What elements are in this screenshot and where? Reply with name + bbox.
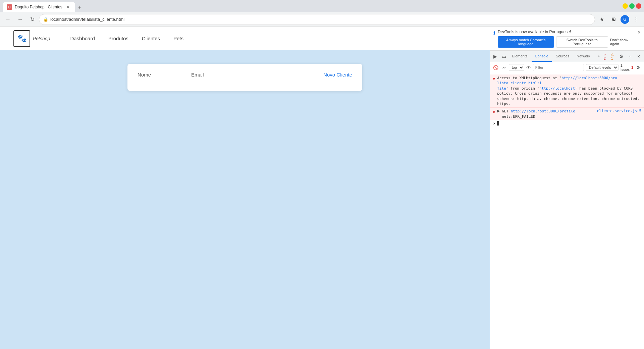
- device-toggle-button[interactable]: ▭: [500, 52, 508, 60]
- console-prompt: >: [493, 121, 495, 126]
- inspect-element-button[interactable]: ▶: [491, 52, 499, 60]
- title-bar: D Doguito Petshop | Clientes × +: [0, 0, 644, 12]
- forward-button[interactable]: →: [15, 14, 25, 25]
- console-output: ● Access to XMLHttpRequest at 'http://lo…: [490, 73, 644, 349]
- app-nav-links: Dashboard Produtos Clientes Pets: [70, 36, 183, 41]
- cors-error-link4[interactable]: http://localhost: [539, 86, 575, 91]
- cors-error-link2[interactable]: lista_cliente.html:1: [497, 81, 541, 85]
- info-icon: ℹ: [493, 30, 495, 36]
- app-nav: 🐾 Petshop Dashboard Produtos Clientes Pe…: [0, 27, 490, 50]
- devtools-panel: ℹ DevTools is now available in Portugues…: [490, 27, 644, 349]
- logo-icon: 🐾: [13, 30, 30, 47]
- console-input-line: >: [490, 120, 644, 127]
- filter-input[interactable]: [533, 64, 584, 71]
- dont-show-again[interactable]: Don't show again: [610, 38, 635, 46]
- nav-link-pets[interactable]: Pets: [173, 36, 183, 41]
- nav-link-produtos[interactable]: Produtos: [108, 36, 128, 41]
- logo-text: Petshop: [33, 36, 50, 41]
- devtools-banner: ℹ DevTools is now available in Portugues…: [490, 27, 644, 51]
- tab-bar: D Doguito Petshop | Clientes × +: [3, 0, 620, 12]
- tab-title: Doguito Petshop | Clientes: [15, 5, 62, 9]
- warning-badge: △ 1: [611, 52, 616, 60]
- main-layout: 🐾 Petshop Dashboard Produtos Clientes Pe…: [0, 27, 644, 349]
- nav-link-clientes[interactable]: Clientes: [142, 36, 160, 41]
- console-text-2: GET http://localhost:3000/profile net::E…: [502, 109, 595, 119]
- window-controls: [623, 3, 641, 9]
- app-logo: 🐾 Petshop: [13, 30, 50, 47]
- devtools-close-button[interactable]: ×: [635, 52, 643, 60]
- issues-count: 1: [631, 65, 633, 69]
- devtools-tabs-right: ○ 2 △ 1 ⚙ ⋮ ×: [604, 52, 643, 60]
- logo-emoji: 🐾: [17, 34, 26, 43]
- log-level-select[interactable]: Default levels Verbose Info Warnings Err…: [586, 64, 619, 71]
- col-nome-header: Nome: [138, 72, 191, 78]
- issues-badge: 1 Issue: 1: [621, 63, 634, 71]
- error-badge: ○ 2: [604, 52, 609, 60]
- close-button[interactable]: [636, 3, 641, 9]
- tab-favicon: D: [7, 4, 12, 10]
- profile-button[interactable]: G: [621, 15, 629, 24]
- novo-cliente-button[interactable]: Novo Cliente: [323, 72, 352, 78]
- address-text: localhost/admin/telas/lista_cliente.html: [50, 17, 591, 22]
- bookmarks-button[interactable]: ★: [596, 14, 607, 25]
- tab-elements[interactable]: Elements: [509, 51, 531, 62]
- banner-close-button[interactable]: ×: [638, 30, 641, 36]
- console-settings-button[interactable]: ⚙: [635, 64, 641, 71]
- tab-console[interactable]: Console: [532, 51, 552, 62]
- devtools-tabs: ▶ ▭ Elements Console Sources Network » ○…: [490, 51, 644, 62]
- refresh-button[interactable]: ↻: [27, 14, 38, 25]
- cors-error-link1[interactable]: http://localhost:3000/pro: [561, 76, 617, 80]
- extensions-button[interactable]: ☯: [608, 14, 619, 25]
- devtools-toolbar: 🚫 ⚯ top 👁 Default levels Verbose Info Wa…: [490, 62, 644, 73]
- devtools-settings-button[interactable]: ⚙: [618, 52, 626, 60]
- new-tab-button[interactable]: +: [75, 3, 85, 12]
- menu-button[interactable]: ⋮: [631, 14, 641, 25]
- always-match-button[interactable]: Always match Chrome's language: [498, 36, 554, 48]
- error-expand-2[interactable]: ▶: [497, 109, 500, 113]
- cors-error-link3[interactable]: file: [497, 86, 506, 91]
- switch-devtools-button[interactable]: Switch DevTools to Portuguese: [556, 36, 608, 48]
- lock-icon: 🔒: [43, 17, 48, 22]
- error-icon-2: ●: [493, 109, 495, 114]
- console-cursor: [497, 121, 499, 126]
- col-action: Novo Cliente: [299, 72, 352, 78]
- toggle-filter-button[interactable]: ⚯: [501, 64, 507, 71]
- tab-sources[interactable]: Sources: [552, 51, 573, 62]
- tab-network[interactable]: Network: [573, 51, 593, 62]
- clear-console-button[interactable]: 🚫: [493, 64, 499, 71]
- console-error-1: ● Access to XMLHttpRequest at 'http://lo…: [490, 74, 644, 108]
- page-content: 🐾 Petshop Dashboard Produtos Clientes Pe…: [0, 27, 490, 349]
- eye-icon: 👁: [526, 65, 531, 70]
- nav-bar: ← → ↻ 🔒 localhost/admin/telas/lista_clie…: [0, 12, 644, 27]
- banner-message: DevTools is now available in Portuguese!: [498, 30, 635, 34]
- maximize-button[interactable]: [629, 3, 635, 9]
- banner-buttons: Always match Chrome's language Switch De…: [498, 36, 635, 48]
- minimize-button[interactable]: [623, 3, 628, 9]
- error-icon-1: ●: [493, 76, 495, 81]
- devtools-more-button[interactable]: ⋮: [626, 52, 634, 60]
- nav-right: ★ ☯ G ⋮: [596, 14, 641, 25]
- tab-more[interactable]: »: [594, 51, 603, 62]
- get-error-link[interactable]: http://localhost:3000/profile: [511, 109, 575, 113]
- table-header: Nome Email Novo Cliente: [138, 72, 352, 78]
- console-error-2: ● ▶ GET http://localhost:3000/profile ne…: [490, 108, 644, 120]
- clients-table: Nome Email Novo Cliente: [127, 64, 362, 91]
- browser-window: D Doguito Petshop | Clientes × + ← → ↻ 🔒…: [0, 0, 644, 349]
- console-source-2[interactable]: cliente-service.js:5: [597, 109, 641, 113]
- col-email-header: Email: [191, 72, 299, 78]
- console-text-1: Access to XMLHttpRequest at 'http://loca…: [497, 76, 641, 106]
- active-tab[interactable]: D Doguito Petshop | Clientes ×: [3, 2, 75, 12]
- back-button[interactable]: ←: [3, 14, 13, 25]
- context-select[interactable]: top: [509, 64, 524, 71]
- banner-content: DevTools is now available in Portuguese!…: [498, 30, 635, 48]
- tab-close-button[interactable]: ×: [65, 4, 71, 10]
- nav-link-dashboard[interactable]: Dashboard: [70, 36, 95, 41]
- address-bar[interactable]: 🔒 localhost/admin/telas/lista_cliente.ht…: [39, 14, 595, 25]
